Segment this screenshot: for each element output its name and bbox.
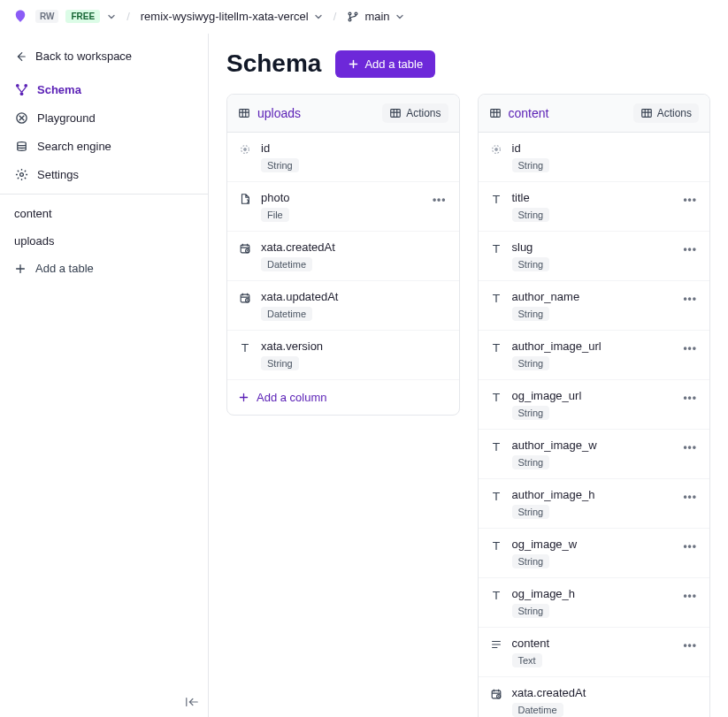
column-row[interactable]: xata.createdAtDatetime [479, 677, 710, 717]
column-type-icon [489, 142, 503, 156]
sidebar-add-table[interactable]: Add a table [0, 255, 208, 282]
column-menu-button[interactable]: ••• [681, 490, 699, 504]
workspace-badge[interactable]: RW [35, 10, 58, 23]
column-type-badge: String [512, 455, 550, 469]
svg-point-5 [19, 92, 23, 95]
plus-icon [14, 263, 27, 275]
column-name: slug [512, 240, 673, 254]
column-row[interactable]: og_image_hString••• [479, 578, 710, 628]
table-actions-button[interactable]: Actions [633, 103, 699, 123]
column-type-badge: String [261, 158, 299, 172]
plus-icon [348, 58, 359, 70]
column-type-badge: String [512, 604, 550, 618]
arrow-left-icon [14, 50, 27, 63]
column-type-icon [489, 637, 503, 652]
sidebar-item-label: Search engine [37, 140, 111, 153]
column-menu-button[interactable]: ••• [681, 193, 699, 207]
column-type-badge: Datetime [261, 307, 312, 321]
column-row[interactable]: og_image_wString••• [479, 529, 710, 578]
table-card-uploads: uploadsActionsidStringphotoFile•••xata.c… [226, 94, 460, 416]
actions-label: Actions [406, 107, 441, 119]
sidebar-item-settings[interactable]: Settings [0, 160, 208, 188]
column-row[interactable]: idString [479, 133, 710, 182]
column-menu-button[interactable]: ••• [681, 292, 699, 306]
sidebar-table-uploads[interactable]: uploads [0, 227, 208, 255]
breadcrumb-separator: / [330, 10, 341, 23]
plan-badge: FREE [65, 10, 100, 23]
column-row[interactable]: author_image_urlString••• [479, 331, 710, 380]
column-row[interactable]: author_image_wString••• [479, 430, 710, 479]
sidebar-item-schema[interactable]: Schema [0, 75, 208, 103]
sidebar-item-label: Playground [37, 111, 96, 125]
sidebar-item-playground[interactable]: Playground [0, 103, 208, 132]
svg-point-3 [15, 83, 19, 87]
table-name[interactable]: uploads [238, 106, 301, 120]
column-name: author_image_h [512, 488, 673, 501]
table-name-label: uploads [257, 106, 301, 120]
project-crumb[interactable]: remix-wysiwyg-litellm-xata-vercel [141, 10, 323, 23]
column-type-badge: String [512, 356, 550, 370]
column-menu-button[interactable]: ••• [681, 638, 699, 652]
back-to-workspace[interactable]: Back to workspace [0, 42, 208, 70]
column-type-badge: Datetime [512, 703, 563, 717]
svg-point-4 [24, 83, 27, 87]
column-row[interactable]: xata.versionString [227, 331, 459, 380]
table-card-header: contentActions [479, 95, 710, 133]
column-row[interactable]: photoFile••• [227, 182, 459, 232]
column-row[interactable]: xata.updatedAtDatetime [227, 281, 459, 331]
column-menu-button[interactable]: ••• [681, 440, 699, 454]
table-card-content: contentActionsidStringtitleString•••slug… [478, 94, 711, 717]
column-type-icon [489, 340, 503, 355]
table-actions-button[interactable]: Actions [382, 103, 448, 123]
actions-label: Actions [657, 107, 692, 119]
table-icon [389, 107, 402, 119]
column-name: og_image_w [512, 538, 673, 551]
sidebar-divider [0, 194, 208, 195]
sidebar-item-search-engine[interactable]: Search engine [0, 132, 208, 160]
column-type-badge: Datetime [261, 257, 312, 271]
column-row[interactable]: titleString••• [479, 182, 710, 232]
column-row[interactable]: contentText••• [479, 628, 710, 677]
collapse-sidebar-button[interactable] [185, 696, 199, 708]
add-table-label: Add a table [35, 262, 94, 275]
project-name: remix-wysiwyg-litellm-xata-vercel [141, 10, 309, 23]
column-menu-button[interactable]: ••• [681, 539, 699, 553]
column-name: author_image_w [512, 439, 673, 452]
column-row[interactable]: slugString••• [479, 232, 710, 281]
page-title: Schema [226, 50, 321, 78]
column-menu-button[interactable]: ••• [681, 391, 699, 405]
column-type-badge: String [512, 208, 550, 222]
sidebar: Back to workspace Schema Playground Sear… [0, 34, 209, 717]
column-row[interactable]: og_image_urlString••• [479, 380, 710, 430]
column-row[interactable]: idString [227, 133, 459, 182]
table-name[interactable]: content [489, 106, 549, 120]
add-column-button[interactable]: Add a column [227, 380, 459, 415]
column-menu-button[interactable]: ••• [431, 193, 448, 207]
svg-point-19 [494, 149, 497, 151]
column-row[interactable]: author_image_hString••• [479, 479, 710, 529]
column-type-icon [489, 439, 503, 454]
sidebar-table-content[interactable]: content [0, 200, 208, 227]
svg-point-11 [244, 149, 247, 151]
column-type-icon [489, 291, 503, 305]
column-type-icon [238, 340, 252, 355]
column-menu-button[interactable]: ••• [681, 589, 699, 603]
column-menu-button[interactable]: ••• [681, 341, 699, 355]
table-card-header: uploadsActions [227, 95, 459, 133]
plus-icon [238, 392, 249, 403]
branch-crumb[interactable]: main [347, 10, 403, 23]
add-column-label: Add a column [257, 391, 327, 404]
column-name: og_image_h [512, 587, 673, 600]
column-name: title [512, 191, 673, 204]
column-type-badge: String [512, 307, 550, 321]
column-type-icon [489, 390, 503, 404]
add-table-button[interactable]: Add a table [335, 50, 435, 78]
column-name: og_image_url [512, 389, 673, 402]
logo-icon[interactable] [12, 9, 28, 25]
column-type-badge: String [512, 554, 550, 568]
workspace-switch-chevron-icon[interactable] [107, 12, 116, 21]
column-menu-button[interactable]: ••• [681, 242, 699, 256]
column-row[interactable]: author_nameString••• [479, 281, 710, 331]
column-name: author_name [512, 290, 673, 303]
column-row[interactable]: xata.createdAtDatetime [227, 232, 459, 281]
